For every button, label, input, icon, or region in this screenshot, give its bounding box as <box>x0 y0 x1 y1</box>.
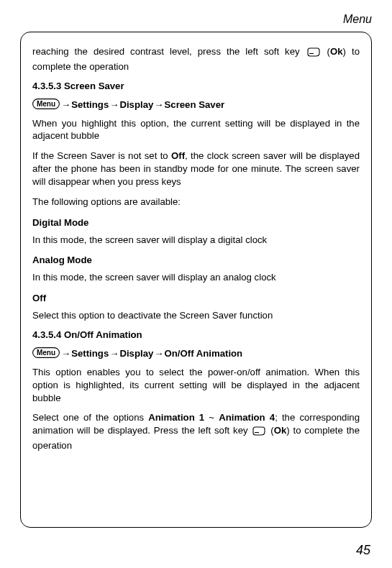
section-heading: 4.3.5.3 Screen Saver <box>32 81 360 91</box>
animation-label: Animation 1 <box>148 412 204 423</box>
ok-label: Ok <box>330 46 343 57</box>
text: ~ <box>204 412 219 423</box>
option-heading: Analog Mode <box>32 255 360 265</box>
animation-label: Animation 4 <box>219 412 275 423</box>
nav-segment: On/Off Animation <box>165 348 243 359</box>
ok-label: Ok <box>274 425 287 436</box>
softkey-icon <box>252 426 265 439</box>
arrow-right-icon: → <box>61 348 70 359</box>
text: reaching the desired contrast level, pre… <box>32 46 306 57</box>
menu-button-icon: Menu <box>32 99 60 111</box>
nav-segment: Settings <box>71 348 109 359</box>
arrow-right-icon: → <box>61 99 70 110</box>
text: Select one of the options <box>32 412 148 423</box>
section-heading: 4.3.5.4 On/Off Animation <box>32 329 360 340</box>
paragraph: When you highlight this option, the curr… <box>32 117 360 143</box>
paragraph: This option enables you to select the po… <box>32 366 360 404</box>
paragraph: In this mode, the screen saver will disp… <box>32 234 360 247</box>
svg-text:Menu: Menu <box>37 100 55 108</box>
option-heading: Digital Mode <box>32 217 360 228</box>
menu-button-icon: Menu <box>32 347 60 360</box>
paragraph: Select this option to deactivate the Scr… <box>32 309 360 322</box>
arrow-right-icon: → <box>154 348 163 359</box>
paragraph: Select one of the options Animation 1 ~ … <box>32 411 360 452</box>
nav-path: Menu → Settings → Display → Screen Saver <box>32 99 360 111</box>
arrow-right-icon: → <box>154 99 163 110</box>
paragraph: The following options are available: <box>32 196 360 209</box>
nav-segment: Display <box>119 99 153 110</box>
nav-segment: Settings <box>71 99 109 110</box>
arrow-right-icon: → <box>109 348 119 359</box>
nav-segment: Display <box>119 348 153 359</box>
paragraph: If the Screen Saver is not set to Off, t… <box>32 150 360 188</box>
option-heading: Off <box>32 293 360 303</box>
content-frame: reaching the desired contrast level, pre… <box>20 32 372 528</box>
softkey-icon <box>307 47 320 60</box>
running-head: Menu <box>20 13 372 26</box>
arrow-right-icon: → <box>109 99 119 110</box>
text: If the Screen Saver is not set to <box>32 150 171 161</box>
nav-path: Menu → Settings → Display → On/Off Anima… <box>32 347 360 360</box>
svg-text:Menu: Menu <box>37 349 55 357</box>
page-number: 45 <box>356 543 370 558</box>
off-label: Off <box>171 150 185 161</box>
page: Menu reaching the desired contrast level… <box>0 0 392 568</box>
intro-paragraph: reaching the desired contrast level, pre… <box>32 45 360 73</box>
paragraph: In this mode, the screen saver will disp… <box>32 271 360 284</box>
nav-segment: Screen Saver <box>165 99 225 110</box>
